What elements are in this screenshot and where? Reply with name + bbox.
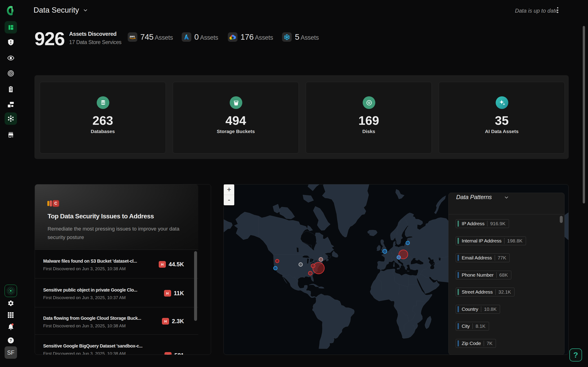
svg-text:?: ? (10, 339, 12, 342)
svg-text:aws: aws (130, 35, 135, 38)
